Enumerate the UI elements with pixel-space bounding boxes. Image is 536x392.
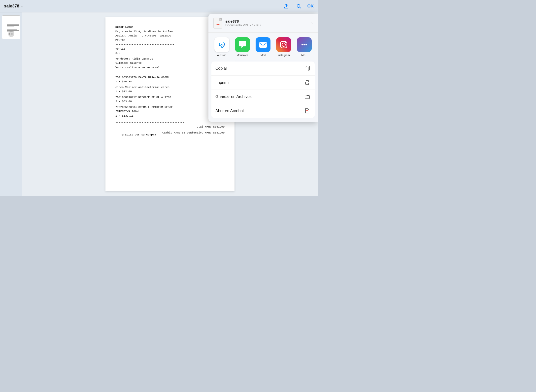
svg-point-8 [302,44,303,45]
airdrop-icon [214,37,229,52]
cambio-value: Cambio MXN: $0.00 [162,131,190,135]
address-line3: MEXICO. [115,38,225,42]
venta-label: Venta: [115,47,125,50]
svg-point-10 [305,44,307,45]
print-action[interactable]: Imprimir [211,76,315,90]
efectivo-value: Efectivo MXN: $351.99 [190,131,225,135]
instagram-logo [279,40,288,49]
copy-action[interactable]: Copiar [211,62,315,76]
copy-label: Copiar [215,66,227,71]
more-label: Me... [301,54,307,57]
page-thumbnail[interactable] [2,15,20,39]
share-file-name: sale378 [225,19,311,23]
copy-icon [304,65,311,72]
share-file-meta: Documento PDF · 12 KB [225,23,311,27]
instagram-label: Instagram [278,54,290,57]
svg-rect-15 [306,83,308,85]
divider3: ------------------------------------ [115,70,225,74]
file-corner [220,18,222,20]
app-messages[interactable]: Mensajes [233,37,252,57]
dot [11,33,12,34]
pdf-label: PDF [216,23,220,26]
svg-rect-12 [305,67,308,71]
printer-icon [304,79,311,86]
vendedor: Vendedor: nidia camargo [115,57,225,61]
thumb-line [7,30,19,31]
airdrop-logo [217,40,226,49]
messages-icon [235,37,250,52]
item4-code: 7702035870384 CREMA LUBRIDERM REPAF [115,105,225,109]
document-title: sale378 [4,4,19,9]
thumb-line [7,24,19,25]
venta-row: Venta: 06/ [115,47,225,51]
folder-icon [304,93,311,100]
venta-num-row: 378 12:06: [115,51,225,55]
item3-code: 7501058618917 NESCAFE DE OLLA 170G [115,95,225,99]
app-more[interactable]: Me... [295,37,314,57]
mail-icon [256,37,270,52]
sidebar [0,12,22,196]
share-file-info: sale378 Documento PDF · 12 KB [225,19,311,27]
open-acrobat-action[interactable]: Abrir en Acrobat [211,104,315,118]
item2-qty: 1 x $72.00 [115,90,225,94]
share-actions-list: Copiar Imprimir Guardar en Archivos [211,62,315,118]
thumb-line [7,28,19,28]
thumb-line [7,25,19,26]
dot [9,33,10,34]
venta-num: 378 [115,52,120,55]
top-bar: sale378 ⌄ OK [0,0,318,12]
messages-label: Mensajes [236,54,248,57]
item1-qty: 1 x $20.88 [115,80,225,84]
messages-logo [238,40,247,49]
app-airdrop[interactable]: AirDrop [212,37,231,57]
chevron-right-icon: › [311,21,313,25]
mail-logo [259,40,268,49]
share-apps-row: AirDrop Mensajes Mail [208,33,318,60]
app-mail[interactable]: Mail [254,37,272,57]
search-button[interactable] [295,2,302,10]
save-files-action[interactable]: Guardar en Archivos [211,90,315,104]
store-name: Super Lymon [115,25,225,29]
save-files-label: Guardar en Archivos [215,95,252,99]
item3-qty: 2 x $63.00 [115,99,225,104]
print-label: Imprimir [215,80,230,85]
svg-point-3 [221,46,222,47]
share-bottom-space [208,120,318,122]
share-sheet: PDF sale378 Documento PDF · 12 KB › [208,14,318,122]
item4-qty: 1 x $133.11 [115,114,225,118]
instagram-icon [276,37,291,52]
top-bar-left: sale378 ⌄ [4,4,24,9]
share-header: PDF sale378 Documento PDF · 12 KB › [208,14,318,33]
thumb-line [7,27,14,27]
app-instagram[interactable]: Instagram [274,37,293,57]
acrobat-icon [304,107,311,114]
svg-point-16 [308,83,309,83]
open-acrobat-label: Abrir en Acrobat [215,109,244,113]
item4-name: INTENSIVA 200ML [115,109,225,114]
svg-point-6 [282,43,285,46]
venta-sucursal: Venta realizada en sucursal [115,65,225,70]
total: Total MXN: $351.99 [115,125,225,129]
search-icon [296,3,302,9]
more-icon [297,37,312,52]
ok-button[interactable]: OK [307,4,314,9]
svg-point-7 [285,42,286,43]
chevron-down-icon[interactable]: ⌄ [21,4,24,8]
top-bar-right: OK [283,2,314,10]
share-icon [284,3,289,9]
thumb-line [7,23,17,23]
cliente: Cliente: Cliente [115,61,225,65]
address-line1: Magisterio 23 A, Jardines De Autlan [115,30,225,34]
svg-line-1 [300,7,301,8]
thumbnail-dots-button[interactable] [8,31,14,37]
svg-rect-4 [259,42,267,48]
svg-point-9 [303,44,305,45]
address-line2: Autlan, Autlan, C.P.48900. JALISCO [115,34,225,38]
thumb-line [7,29,17,30]
share-button[interactable] [283,2,290,10]
dot [12,33,13,34]
divider1: ------------------------------------ [115,42,225,47]
divider4: ----------------------------------------… [115,120,225,125]
more-logo [300,40,309,49]
item2-name: circo Vinimex antibacterial circo [115,85,225,90]
